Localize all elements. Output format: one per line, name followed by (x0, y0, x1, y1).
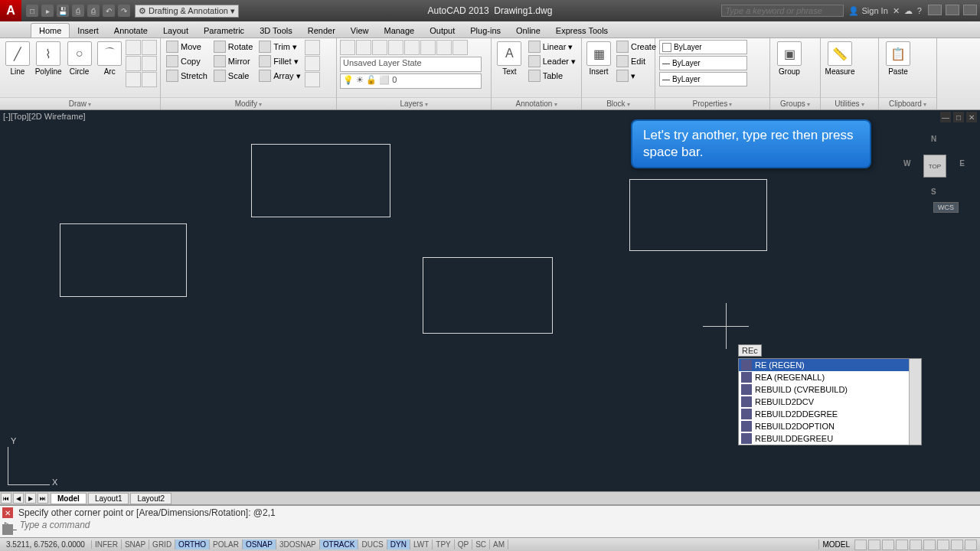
move-button[interactable]: Move (164, 40, 210, 54)
hatch-icon[interactable] (126, 56, 141, 71)
draw-more-icon[interactable] (142, 40, 157, 55)
toggle-am[interactable]: AM (490, 540, 508, 549)
autocomplete-scrollbar[interactable] (909, 359, 921, 445)
line-button[interactable]: ╱Line (3, 40, 32, 77)
draw-more2-icon[interactable] (142, 56, 157, 71)
saveas-icon[interactable]: ⎙ (72, 5, 84, 17)
status-icon[interactable] (910, 540, 922, 550)
open-icon[interactable]: ▸ (41, 5, 54, 17)
new-icon[interactable]: □ (26, 5, 38, 17)
toggle-infer[interactable]: INFER (92, 540, 122, 549)
tab-last-icon[interactable]: ⏭ (38, 493, 48, 504)
viewcube[interactable]: N S E W TOP (903, 135, 965, 196)
viewcube-s[interactable]: S (931, 187, 936, 196)
viewcube-top[interactable]: TOP (923, 155, 946, 178)
autocomplete-item[interactable]: REBUILD2DCV (739, 396, 921, 408)
paste-button[interactable]: 📋Paste (882, 40, 914, 77)
mirror-button[interactable]: Mirror (211, 54, 255, 68)
polyline-button[interactable]: ⌇Polyline (34, 40, 64, 77)
edit-button[interactable]: Edit (614, 54, 658, 68)
offset-icon[interactable] (305, 72, 320, 87)
layout-tab-model[interactable]: Model (51, 493, 87, 504)
panel-block-title[interactable]: Block (582, 97, 655, 109)
circle-button[interactable]: ○Circle (65, 40, 94, 77)
stayconnected-icon[interactable]: ☁ (904, 6, 913, 16)
trim-button[interactable]: Trim ▾ (256, 40, 302, 54)
panel-groups-title[interactable]: Groups (770, 97, 820, 109)
status-icon[interactable] (896, 540, 908, 550)
status-icon[interactable] (923, 540, 936, 550)
viewcube-n[interactable]: N (931, 135, 936, 143)
tab-home[interactable]: Home (31, 23, 70, 37)
wcs-label[interactable]: WCS (933, 202, 959, 213)
tab-annotate[interactable]: Annotate (106, 24, 155, 37)
autocomplete-item[interactable]: REBUILDDEGREEU (739, 432, 921, 445)
viewcube-w[interactable]: W (903, 159, 910, 168)
toggle-otrack[interactable]: OTRACK (320, 540, 359, 549)
status-icon[interactable] (882, 540, 894, 550)
arc-button[interactable]: ⌒Arc (95, 40, 124, 77)
lineweight-combo[interactable]: — ByLayer (659, 56, 747, 70)
panel-layers-title[interactable]: Layers (337, 97, 491, 109)
drawing-maximize[interactable]: □ (953, 112, 964, 122)
toggle-lwt[interactable]: LWT (410, 540, 433, 549)
dynamic-input[interactable]: REc (738, 344, 762, 357)
tab-insert[interactable]: Insert (70, 24, 106, 37)
layer-make-icon[interactable] (420, 40, 436, 55)
rectangle-icon[interactable] (126, 40, 141, 55)
layer-current-combo[interactable]: 💡 ☀ 🔓 ⬜ 0 (340, 73, 482, 89)
tab-expresstools[interactable]: Express Tools (548, 24, 616, 37)
explode-icon[interactable] (305, 56, 320, 71)
viewport-label[interactable]: [-][Top][2D Wireframe] (3, 112, 86, 121)
help-icon[interactable]: ? (917, 6, 922, 15)
linear-button[interactable]: Linear ▾ (526, 40, 578, 54)
toggle-ortho[interactable]: ORTHO (175, 540, 210, 549)
close-button[interactable] (963, 5, 977, 15)
layer-prev-icon[interactable] (452, 40, 468, 55)
layout-tab-layout2[interactable]: Layout2 (130, 493, 172, 504)
create-button[interactable]: Create (614, 40, 658, 54)
linetype-combo[interactable]: — ByLayer (659, 72, 747, 86)
toggle-osnap[interactable]: OSNAP (243, 540, 276, 549)
leader-button[interactable]: Leader ▾ (526, 54, 578, 68)
tab-prev-icon[interactable]: ◀ (13, 493, 24, 504)
tab-next-icon[interactable]: ▶ (25, 493, 36, 504)
fillet-button[interactable]: Fillet ▾ (256, 54, 302, 68)
ellipse-icon[interactable] (126, 72, 141, 87)
layer-state-combo[interactable]: Unsaved Layer State (340, 57, 482, 72)
exchange-icon[interactable]: ✕ (893, 6, 900, 16)
drawing-minimize[interactable]: — (940, 112, 951, 122)
panel-modify-title[interactable]: Modify (161, 97, 336, 109)
toggle-3dosnap[interactable]: 3DOSNAP (276, 540, 320, 549)
toggle-snap[interactable]: SNAP (122, 540, 149, 549)
text-button[interactable]: AText (495, 40, 524, 77)
toggle-tpy[interactable]: TPY (433, 540, 454, 549)
layer-prop-icon[interactable] (340, 40, 355, 55)
panel-draw-title[interactable]: Draw (0, 97, 160, 109)
tab-view[interactable]: View (343, 24, 377, 37)
panel-clipboard-title[interactable]: Clipboard (879, 97, 936, 109)
tab-3dtools[interactable]: 3D Tools (252, 24, 300, 37)
measure-button[interactable]: 📏Measure (824, 40, 856, 77)
scale-button[interactable]: Scale (211, 69, 255, 83)
tab-manage[interactable]: Manage (376, 24, 422, 37)
editattr-button[interactable]: ▾ (614, 69, 658, 83)
cmdline-handle[interactable] (2, 524, 13, 535)
app-logo[interactable]: A (0, 0, 21, 21)
tab-first-icon[interactable]: ⏮ (1, 493, 11, 504)
minimize-button[interactable] (928, 5, 942, 15)
tab-render[interactable]: Render (300, 24, 343, 37)
copy-button[interactable]: Copy (164, 54, 210, 68)
group-button[interactable]: ▣Group (773, 40, 805, 77)
panel-properties-title[interactable]: Properties (655, 97, 769, 109)
tab-online[interactable]: Online (508, 24, 548, 37)
autocomplete-item[interactable]: REBUILD (CVREBUILD) (739, 383, 921, 396)
toggle-polar[interactable]: POLAR (210, 540, 243, 549)
tab-output[interactable]: Output (422, 24, 462, 37)
maximize-button[interactable] (946, 5, 959, 15)
tab-parametric[interactable]: Parametric (196, 24, 252, 37)
erase-icon[interactable] (305, 40, 320, 55)
toggle-ducs[interactable]: DUCS (358, 540, 387, 549)
redo-icon[interactable]: ↷ (118, 5, 130, 17)
toggle-grid[interactable]: GRID (149, 540, 175, 549)
